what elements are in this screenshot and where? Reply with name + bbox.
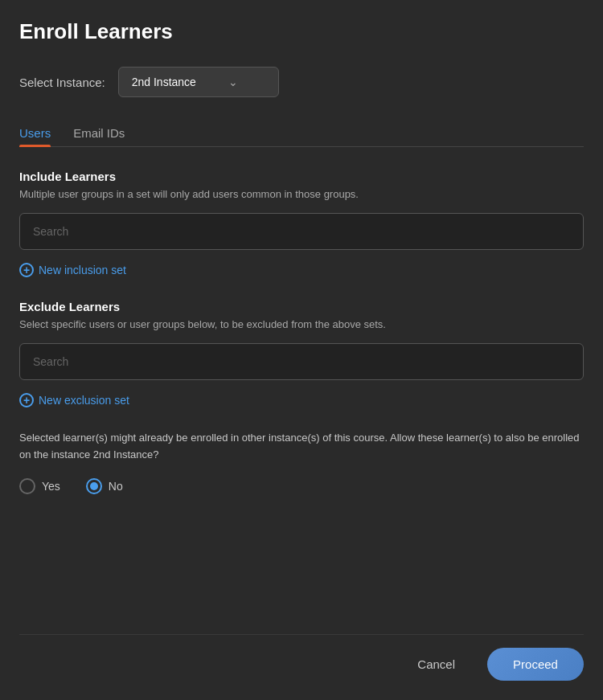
plus-circle-icon: + <box>19 263 34 277</box>
tabs-row: Users Email IDs <box>19 120 584 147</box>
instance-select[interactable]: 2nd Instance ⌄ <box>118 67 279 97</box>
radio-no-outer <box>86 478 102 494</box>
radio-yes[interactable]: Yes <box>19 478 60 494</box>
radio-no-inner <box>90 482 98 490</box>
include-section-title: Include Learners <box>19 170 584 183</box>
radio-no-label: No <box>109 480 123 493</box>
include-section-desc: Multiple user groups in a set will only … <box>19 188 584 200</box>
instance-selected-value: 2nd Instance <box>132 76 196 88</box>
proceed-button[interactable]: Proceed <box>487 648 584 681</box>
tab-email-ids[interactable]: Email IDs <box>73 120 125 146</box>
radio-group: Yes No <box>19 478 584 494</box>
modal-container: Enroll Learners Select Instance: 2nd Ins… <box>0 0 603 700</box>
footer: Cancel Proceed <box>19 634 584 700</box>
new-inclusion-set-label: New inclusion set <box>39 264 126 276</box>
page-title: Enroll Learners <box>19 19 584 44</box>
new-exclusion-set-label: New exclusion set <box>39 394 129 407</box>
tab-users[interactable]: Users <box>19 120 51 146</box>
cancel-button[interactable]: Cancel <box>401 649 471 679</box>
chevron-down-icon: ⌄ <box>228 76 238 88</box>
notice-text: Selected learner(s) might already be enr… <box>19 430 584 464</box>
exclude-section-desc: Select specific users or user groups bel… <box>19 318 584 330</box>
new-inclusion-set-button[interactable]: + New inclusion set <box>19 263 126 277</box>
new-exclusion-set-button[interactable]: + New exclusion set <box>19 393 129 407</box>
exclude-section-title: Exclude Learners <box>19 300 584 313</box>
radio-no[interactable]: No <box>86 478 123 494</box>
exclude-search-input[interactable] <box>19 343 584 380</box>
radio-yes-label: Yes <box>42 480 60 493</box>
instance-label: Select Instance: <box>19 76 105 89</box>
include-search-input[interactable] <box>19 213 584 250</box>
instance-row: Select Instance: 2nd Instance ⌄ <box>19 67 584 97</box>
radio-yes-outer <box>19 478 35 494</box>
plus-circle-icon-2: + <box>19 393 34 407</box>
